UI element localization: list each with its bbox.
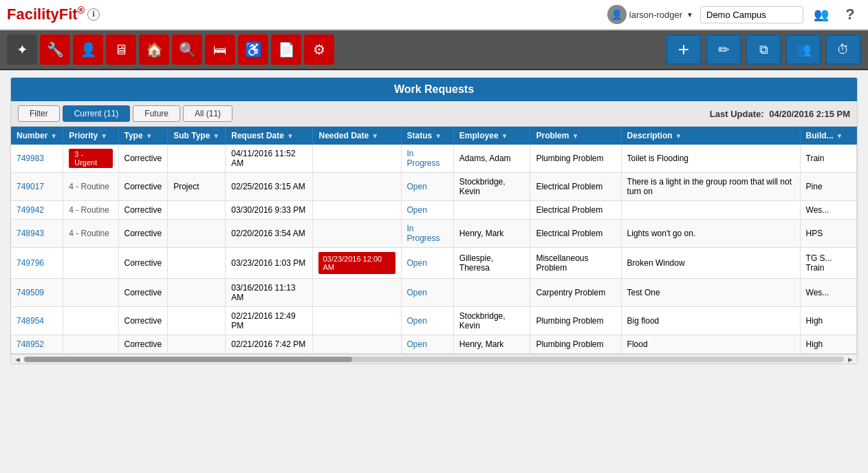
table-row[interactable]: 748954Corrective02/21/2016 12:49 PMOpenS… bbox=[11, 307, 857, 335]
cell-priority bbox=[63, 307, 118, 335]
cell-request-date: 04/11/2016 11:52 AM bbox=[226, 145, 313, 173]
table-body: 7499833 - UrgentCorrective04/11/2016 11:… bbox=[11, 145, 857, 354]
cell-employee: Stockbridge, Kevin bbox=[453, 307, 530, 335]
wrench-button[interactable]: 🔧 bbox=[40, 34, 70, 65]
tab-all[interactable]: All (11) bbox=[183, 105, 232, 122]
info-icon[interactable]: ℹ bbox=[87, 8, 100, 21]
table-header: Number ▼ Priority ▼ Type ▼ Sub Type ▼ Re… bbox=[11, 127, 857, 145]
last-update-label: Last Update: bbox=[710, 109, 764, 119]
campus-selector[interactable]: Demo Campus Main Campus West Campus bbox=[700, 6, 803, 23]
table-row[interactable]: 7499833 - UrgentCorrective04/11/2016 11:… bbox=[11, 145, 857, 173]
cell-status: Open bbox=[401, 335, 453, 354]
work-requests-panel: Work Requests Filter Current (11) Future… bbox=[10, 77, 858, 364]
cell-request-date: 02/21/2016 12:49 PM bbox=[226, 307, 313, 335]
cell-employee: Adams, Adam bbox=[453, 145, 530, 173]
cell-type: Corrective bbox=[118, 248, 168, 279]
col-description[interactable]: Description ▼ bbox=[621, 127, 800, 145]
col-building[interactable]: Build... ▼ bbox=[800, 127, 856, 145]
accessibility-button[interactable]: ♿ bbox=[238, 34, 268, 65]
cell-needed-date bbox=[313, 307, 401, 335]
cell-subtype bbox=[168, 307, 226, 335]
icon-toolbar: ✦ 🔧 👤 🖥 🏠 🔍 🛏 ♿ 📄 ⚙ + ✏ ⧉ 👥 ⏱ bbox=[0, 30, 868, 70]
cell-number: 748943 bbox=[11, 220, 63, 248]
top-navbar: FacilityFit® ℹ 👤 larson-rodger ▼ Demo Ca… bbox=[0, 0, 868, 30]
cell-building: Pine bbox=[800, 173, 856, 201]
cell-needed-date bbox=[313, 335, 401, 354]
cell-description: Test One bbox=[621, 279, 800, 307]
monitor-button[interactable]: 🖥 bbox=[106, 34, 136, 65]
cell-request-date: 03/30/2016 9:33 PM bbox=[226, 201, 313, 220]
horizontal-scrollbar[interactable]: ◄ ► bbox=[11, 354, 857, 364]
help-icon[interactable]: ? bbox=[839, 3, 861, 25]
assign-button[interactable]: 👥 bbox=[785, 34, 821, 65]
person-button[interactable]: 👤 bbox=[73, 34, 103, 65]
contacts-icon[interactable]: 👥 bbox=[810, 3, 832, 25]
col-number[interactable]: Number ▼ bbox=[11, 127, 63, 145]
cell-needed-date bbox=[313, 145, 401, 173]
col-employee[interactable]: Employee ▼ bbox=[453, 127, 530, 145]
copy-button[interactable]: ⧉ bbox=[746, 34, 781, 65]
toolbar-right: + ✏ ⧉ 👥 ⏱ bbox=[666, 34, 861, 65]
top-right-controls: 👤 larson-rodger ▼ Demo Campus Main Campu… bbox=[607, 3, 861, 25]
cell-problem: Miscellaneous Problem bbox=[530, 248, 621, 279]
cell-number: 749509 bbox=[11, 279, 63, 307]
cell-number: 749983 bbox=[11, 145, 63, 173]
user-menu[interactable]: 👤 larson-rodger ▼ bbox=[607, 5, 693, 24]
cell-problem: Plumbing Problem bbox=[530, 307, 621, 335]
tab-filter[interactable]: Filter bbox=[18, 105, 60, 122]
cell-status: Open bbox=[401, 248, 453, 279]
cell-subtype bbox=[168, 220, 226, 248]
star-button[interactable]: ✦ bbox=[7, 34, 37, 65]
cell-request-date: 03/23/2016 1:03 PM bbox=[226, 248, 313, 279]
search-button[interactable]: 🔍 bbox=[172, 34, 202, 65]
cell-request-date: 02/21/2016 7:42 PM bbox=[226, 335, 313, 354]
cell-description: Flood bbox=[621, 335, 800, 354]
cell-priority: 4 - Routine bbox=[63, 220, 118, 248]
cell-type: Corrective bbox=[118, 201, 168, 220]
cell-building: TG S... Train bbox=[800, 248, 856, 279]
cell-priority: 3 - Urgent bbox=[63, 145, 118, 173]
last-update: Last Update: 04/20/2016 2:15 PM bbox=[710, 109, 850, 119]
settings-button[interactable]: ⚙ bbox=[304, 34, 334, 65]
col-needed-date[interactable]: Needed Date ▼ bbox=[313, 127, 401, 145]
cell-description: Toilet is Flooding bbox=[621, 145, 800, 173]
cell-type: Corrective bbox=[118, 145, 168, 173]
timer-button[interactable]: ⏱ bbox=[825, 34, 861, 65]
tab-future[interactable]: Future bbox=[133, 105, 180, 122]
table-row[interactable]: 749509Corrective03/16/2016 11:13 AMOpenC… bbox=[11, 279, 857, 307]
cell-subtype bbox=[168, 201, 226, 220]
home-button[interactable]: 🏠 bbox=[139, 34, 169, 65]
logo: FacilityFit® ℹ bbox=[7, 5, 100, 23]
table-row[interactable]: 748952Corrective02/21/2016 7:42 PMOpenHe… bbox=[11, 335, 857, 354]
table-row[interactable]: 7489434 - RoutineCorrective02/20/2016 3:… bbox=[11, 220, 857, 248]
document-button[interactable]: 📄 bbox=[271, 34, 301, 65]
table-wrapper[interactable]: Number ▼ Priority ▼ Type ▼ Sub Type ▼ Re… bbox=[11, 127, 857, 354]
cell-problem: Plumbing Problem bbox=[530, 145, 621, 173]
table-row[interactable]: 7490174 - RoutineCorrectiveProject02/25/… bbox=[11, 173, 857, 201]
cell-priority bbox=[63, 279, 118, 307]
add-button[interactable]: + bbox=[666, 34, 702, 65]
cell-problem: Electrical Problem bbox=[530, 173, 621, 201]
cell-subtype bbox=[168, 248, 226, 279]
col-priority[interactable]: Priority ▼ bbox=[63, 127, 118, 145]
cell-status: In Progress bbox=[401, 220, 453, 248]
bed-button[interactable]: 🛏 bbox=[205, 34, 235, 65]
cell-building: High bbox=[800, 335, 856, 354]
cell-subtype: Project bbox=[168, 173, 226, 201]
edit-button[interactable]: ✏ bbox=[706, 34, 741, 65]
cell-status: Open bbox=[401, 201, 453, 220]
col-type[interactable]: Type ▼ bbox=[118, 127, 168, 145]
cell-subtype bbox=[168, 335, 226, 354]
col-request-date[interactable]: Request Date ▼ bbox=[226, 127, 313, 145]
cell-status: Open bbox=[401, 173, 453, 201]
cell-status: Open bbox=[401, 279, 453, 307]
col-problem[interactable]: Problem ▼ bbox=[530, 127, 621, 145]
col-status[interactable]: Status ▼ bbox=[401, 127, 453, 145]
tab-current[interactable]: Current (11) bbox=[63, 105, 131, 122]
table-row[interactable]: 749796Corrective03/23/2016 1:03 PM03/23/… bbox=[11, 248, 857, 279]
col-subtype[interactable]: Sub Type ▼ bbox=[168, 127, 226, 145]
cell-type: Corrective bbox=[118, 173, 168, 201]
cell-request-date: 02/25/2016 3:15 AM bbox=[226, 173, 313, 201]
table-row[interactable]: 7499424 - RoutineCorrective03/30/2016 9:… bbox=[11, 201, 857, 220]
panel-header: Work Requests bbox=[11, 78, 857, 101]
